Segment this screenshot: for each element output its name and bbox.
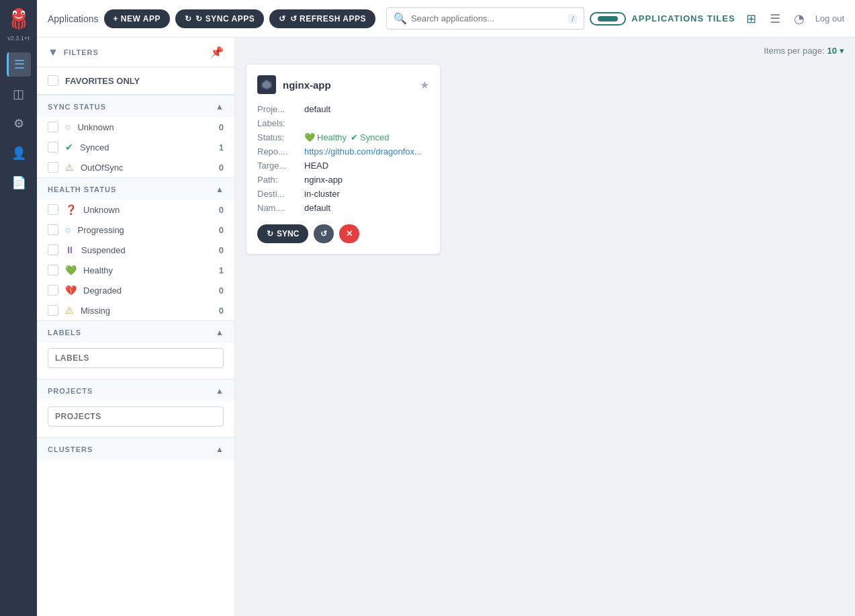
health-unknown-checkbox[interactable]: [48, 204, 58, 215]
sync-status-toggle[interactable]: ▲: [216, 102, 224, 112]
new-app-button[interactable]: + NEW APP: [104, 9, 170, 28]
card-header: nginx-app ★: [257, 75, 429, 94]
sync-status-title: SYNC STATUS: [48, 103, 106, 111]
sync-synced-checkbox[interactable]: [48, 142, 58, 152]
sync-unknown-count: 0: [219, 122, 224, 132]
sync-btn-label: SYNC: [277, 229, 299, 238]
delete-btn-icon: ✕: [346, 229, 353, 238]
status-badges: 💚 Healthy ✔ Synced: [304, 132, 389, 142]
health-status-title: HEALTH STATUS: [48, 185, 116, 193]
sidebar-item-layers[interactable]: ◫: [7, 82, 31, 106]
refresh-apps-button[interactable]: ↺ ↺ REFRESH APPS: [269, 9, 375, 28]
app-name[interactable]: nginx-app: [283, 79, 331, 91]
sync-button[interactable]: ↻ SYNC: [257, 224, 308, 243]
sync-outofsync-checkbox[interactable]: [48, 162, 58, 173]
sync-synced-label: Synced: [80, 142, 212, 152]
favorites-row: FAVORITES ONLY: [37, 67, 234, 95]
search-kbd: /: [568, 14, 577, 24]
cluster-button[interactable]: [590, 12, 626, 26]
refresh-button[interactable]: ↺: [314, 224, 334, 243]
main-content: Applications + NEW APP ↻ ↻ SYNC APPS ↺ ↺…: [37, 0, 855, 616]
project-key: Proje...: [257, 104, 304, 114]
health-suspended-checkbox[interactable]: [48, 245, 58, 255]
refresh-icon: ↺: [279, 14, 286, 24]
projects-title: PROJECTS: [48, 387, 93, 395]
health-badge: 💚 Healthy: [304, 132, 347, 142]
projects-input[interactable]: [48, 406, 224, 427]
sync-unknown-checkbox[interactable]: [48, 122, 58, 132]
filters-panel: ▼ FILTERS 📌 FAVORITES ONLY SYNC STATUS ▲…: [37, 38, 235, 616]
sync-outofsync-count: 0: [219, 163, 224, 173]
health-degraded-label: Degraded: [83, 285, 212, 296]
sidebar-item-user[interactable]: 👤: [7, 141, 31, 165]
sync-apps-button[interactable]: ↻ ↻ SYNC APPS: [175, 9, 264, 28]
unknown-sync-icon: ○: [65, 122, 71, 132]
health-missing-row: ⚠ Missing 0: [37, 300, 234, 320]
favorites-checkbox[interactable]: [48, 75, 58, 86]
outofsync-icon: ⚠: [65, 162, 74, 173]
sync-synced-count: 1: [219, 142, 224, 152]
card-row-labels: Labels:: [257, 116, 429, 130]
health-progressing-checkbox[interactable]: [48, 224, 58, 235]
search-input[interactable]: [411, 13, 564, 24]
sidebar-item-settings[interactable]: ⚙: [7, 112, 31, 136]
health-missing-checkbox[interactable]: [48, 305, 58, 316]
card-row-repo: Repo.... https://github.com/dragonfox...: [257, 144, 429, 159]
star-icon[interactable]: ★: [420, 79, 429, 91]
pin-icon[interactable]: 📌: [210, 46, 224, 58]
apps-grid: nginx-app ★ Proje... default Labels: Sta…: [246, 64, 844, 255]
heart-icon: 💚: [304, 132, 315, 142]
topbar-title: Applications: [48, 13, 99, 24]
missing-icon: ⚠: [65, 305, 74, 316]
sync-btn-icon: ↻: [267, 229, 273, 238]
card-row-destination: Desti... in-cluster: [257, 187, 429, 201]
clusters-toggle[interactable]: ▲: [216, 445, 224, 454]
items-per-page-value[interactable]: 10: [827, 46, 837, 56]
items-per-page-chevron[interactable]: ▾: [840, 46, 844, 56]
projects-toggle[interactable]: ▲: [216, 386, 224, 396]
labels-key: Labels:: [257, 118, 304, 128]
sidebar: v2.3.1+t ☰ ◫ ⚙ 👤 📄: [0, 0, 37, 616]
sidebar-item-apps[interactable]: ☰: [7, 52, 31, 77]
version-label: v2.3.1+t: [7, 35, 29, 42]
health-suspended-row: ⏸ Suspended 0: [37, 240, 234, 260]
logout-button[interactable]: Log out: [815, 13, 844, 24]
grid-view-button[interactable]: ⊞: [744, 9, 759, 29]
degraded-icon: 💔: [65, 285, 77, 296]
pie-chart-button[interactable]: ◔: [791, 9, 807, 29]
card-row-path: Path: nginx-app: [257, 173, 429, 187]
content-body: ▼ FILTERS 📌 FAVORITES ONLY SYNC STATUS ▲…: [37, 38, 855, 616]
delete-button[interactable]: ✕: [339, 224, 359, 243]
favorites-label: FAVORITES ONLY: [65, 76, 140, 86]
synced-icon: ✔: [65, 142, 73, 152]
labels-input[interactable]: [48, 348, 224, 368]
card-row-target: Targe... HEAD: [257, 159, 429, 173]
app-logo[interactable]: [5, 5, 32, 32]
health-missing-label: Missing: [81, 306, 212, 316]
sync-synced-row: ✔ Synced 1: [37, 137, 234, 157]
health-unknown-label: Unknown: [83, 205, 212, 215]
health-healthy-row: 💚 Healthy 1: [37, 260, 234, 280]
sidebar-item-docs[interactable]: 📄: [7, 171, 31, 195]
repo-key: Repo....: [257, 146, 304, 157]
filters-header: ▼ FILTERS 📌: [37, 38, 234, 67]
filters-label: FILTERS: [64, 48, 99, 56]
health-healthy-checkbox[interactable]: [48, 265, 58, 275]
suspended-icon: ⏸: [65, 245, 75, 255]
sync-icon: ↻: [185, 14, 192, 24]
health-suspended-count: 0: [219, 245, 224, 255]
project-val: default: [304, 104, 330, 114]
health-degraded-checkbox[interactable]: [48, 285, 58, 296]
health-status-section-header: HEALTH STATUS ▲: [37, 178, 234, 200]
health-status-toggle[interactable]: ▲: [216, 185, 224, 194]
labels-toggle[interactable]: ▲: [216, 328, 224, 337]
status-key: Status:: [257, 132, 304, 142]
refresh-btn-icon: ↺: [320, 229, 327, 238]
sync-outofsync-label: OutOfSync: [81, 163, 212, 173]
repo-val[interactable]: https://github.com/dragonfox...: [304, 146, 422, 157]
health-degraded-count: 0: [219, 285, 224, 296]
apps-area: Items per page: 10 ▾: [235, 38, 855, 616]
list-view-button[interactable]: ☰: [767, 9, 783, 29]
items-per-page-label: Items per page:: [764, 46, 824, 56]
items-per-page: Items per page: 10 ▾: [246, 46, 844, 56]
